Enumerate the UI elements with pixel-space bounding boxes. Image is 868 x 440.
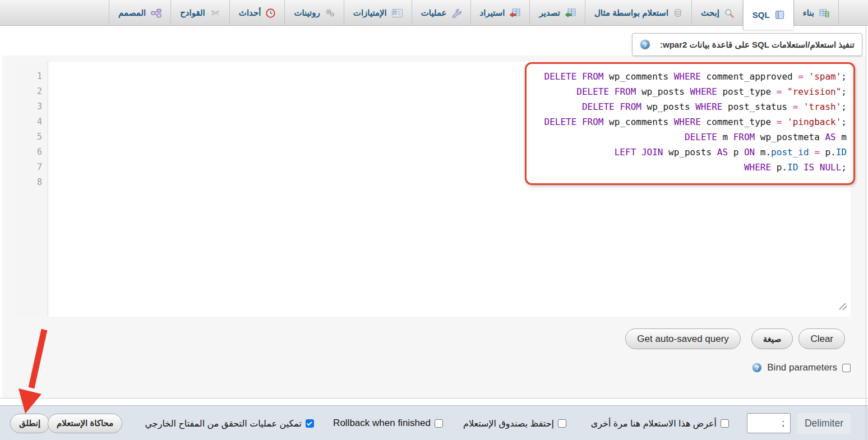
foreign-key-checks-option: تمكين عمليات التحقق من المفتاح الخارجي: [145, 406, 314, 440]
tab-label-structure: بناء: [803, 8, 814, 18]
line-number: 8: [14, 177, 48, 192]
designer-icon: [151, 9, 161, 17]
tab-export[interactable]: تصدير: [529, 0, 585, 26]
tab-label-search: إبحث: [701, 8, 719, 18]
delimiter-input[interactable]: [747, 413, 791, 433]
search-icon: [724, 8, 734, 18]
tab-label-triggers: القوادح: [180, 8, 205, 18]
bind-parameters-checkbox[interactable]: [842, 364, 851, 372]
id-card-icon: [392, 9, 403, 17]
tab-import[interactable]: استيراد: [470, 0, 530, 26]
tab-structure[interactable]: بناء: [793, 0, 839, 26]
form-footer-bar: إنطلق محاكاة الإستعلام تمكين عمليات التح…: [0, 405, 868, 440]
tab-label-qbe: استعلام بواسطة مثال: [594, 8, 668, 18]
show-query-again-label: أعرض هذا الاستعلام هنا مرة أخرى: [591, 418, 717, 429]
clock-icon: [266, 8, 275, 18]
help-icon[interactable]: ?: [640, 39, 650, 50]
tab-designer[interactable]: المصمم: [109, 0, 170, 26]
tab-bar: بناءSQLإبحثاستعلام بواسطة مثالتصديراستير…: [0, 0, 868, 26]
help-icon[interactable]: ?: [752, 363, 762, 373]
rollback-label: Rollback when finished: [333, 418, 431, 429]
clear-button[interactable]: Clear: [798, 328, 845, 349]
tab-routines[interactable]: روتينات: [284, 0, 343, 26]
query-form-legend: تنفيذ استعلام/استعلامات SQL على قاعدة بي…: [632, 33, 862, 56]
line-number: 5: [14, 132, 48, 147]
line-number: 3: [14, 101, 48, 117]
sql-icon: [775, 10, 784, 20]
simulate-query-button[interactable]: محاكاة الإستعلام: [48, 414, 122, 433]
tab-label-export: تصدير: [539, 8, 560, 18]
tab-privileges[interactable]: الإمتيازات: [344, 0, 412, 26]
code-line-6: LEFT JOIN wp_posts AS p ON m.post_id = p…: [48, 147, 847, 162]
bind-parameters-row: Bind parameters ?: [752, 362, 851, 373]
tab-triggers[interactable]: القوادح: [170, 0, 229, 26]
tab-operations[interactable]: عمليات: [412, 0, 470, 26]
page-right-border: [866, 26, 866, 440]
code-line-3: DELETE FROM wp_posts WHERE post_status =…: [48, 101, 847, 117]
tab-label-events: أحداث: [239, 8, 261, 18]
tools-icon: [210, 8, 220, 17]
phpmyadmin-sql-page: { "database": "wpar2", "tabs": [ { "id":…: [0, 0, 868, 440]
line-number: 4: [14, 117, 48, 132]
editor-code-area[interactable]: DELETE FROM wp_comments WHERE comment_ap…: [48, 62, 851, 317]
get-autosaved-query-button[interactable]: Get auto-saved query: [625, 328, 740, 349]
sql-editor[interactable]: 12345678 DELETE FROM wp_comments WHERE c…: [14, 62, 851, 317]
gears-icon: [325, 8, 335, 17]
page-title: تنفيذ استعلام/استعلامات SQL على قاعدة بي…: [660, 40, 855, 50]
code-line-2: DELETE FROM wp_posts WHERE post_type = "…: [48, 86, 847, 101]
line-number: 6: [14, 147, 48, 162]
delimiter-group: Delimiter: [747, 406, 851, 440]
editor-buttons-row: Clear صيغة Get auto-saved query: [625, 328, 845, 349]
show-query-again-option: أعرض هذا الاستعلام هنا مرة أخرى: [591, 406, 729, 440]
rollback-checkbox[interactable]: [435, 419, 443, 428]
bind-parameters-label: Bind parameters: [767, 362, 837, 373]
tab-label-privileges: الإمتيازات: [353, 8, 387, 18]
retain-query-box-checkbox[interactable]: [558, 419, 566, 428]
go-button[interactable]: إنطلق: [10, 414, 49, 433]
code-line-8: [48, 177, 847, 192]
tab-qbe[interactable]: استعلام بواسطة مثال: [585, 0, 691, 26]
foreign-key-checks-checkbox[interactable]: [306, 419, 314, 428]
import-icon: [510, 8, 520, 17]
code-line-5: DELETE m FROM wp_postmeta AS m: [48, 132, 847, 147]
delimiter-label: Delimiter: [797, 413, 851, 434]
tab-label-import: استيراد: [480, 8, 505, 18]
foreign-key-checks-label: تمكين عمليات التحقق من المفتاح الخارجي: [145, 418, 302, 429]
code-line-1: DELETE FROM wp_comments WHERE comment_ap…: [48, 71, 847, 86]
line-number: 7: [14, 162, 48, 177]
form-bottom-divider: [0, 398, 868, 399]
editor-line-number-gutter: 12345678: [14, 62, 48, 317]
format-button[interactable]: صيغة: [751, 328, 793, 349]
editor-resize-handle[interactable]: [838, 302, 847, 313]
structure-icon: [819, 8, 829, 17]
line-number: 2: [14, 86, 48, 101]
tab-sql[interactable]: SQL: [743, 0, 793, 30]
rollback-option: Rollback when finished: [333, 406, 443, 440]
wrench-icon: [452, 8, 461, 18]
retain-query-box-option: إحتفظ بصندوق الإستعلام: [463, 406, 566, 440]
export-icon: [565, 8, 576, 17]
code-line-7: WHERE p.ID IS NULL;: [48, 162, 847, 177]
code-line-4: DELETE FROM wp_comments WHERE comment_ty…: [48, 117, 847, 132]
tab-label-designer: المصمم: [118, 8, 146, 18]
tab-search[interactable]: إبحث: [691, 0, 743, 26]
database-icon: [673, 8, 682, 18]
retain-query-box-label: إحتفظ بصندوق الإستعلام: [463, 418, 554, 429]
tab-label-sql: SQL: [752, 10, 770, 20]
line-number: 1: [14, 71, 48, 86]
svg-text:?: ?: [755, 364, 759, 371]
tab-label-operations: عمليات: [421, 8, 447, 18]
svg-text:?: ?: [643, 41, 647, 48]
tab-label-routines: روتينات: [294, 8, 320, 18]
show-query-again-checkbox[interactable]: [721, 419, 729, 428]
tab-events[interactable]: أحداث: [229, 0, 285, 26]
